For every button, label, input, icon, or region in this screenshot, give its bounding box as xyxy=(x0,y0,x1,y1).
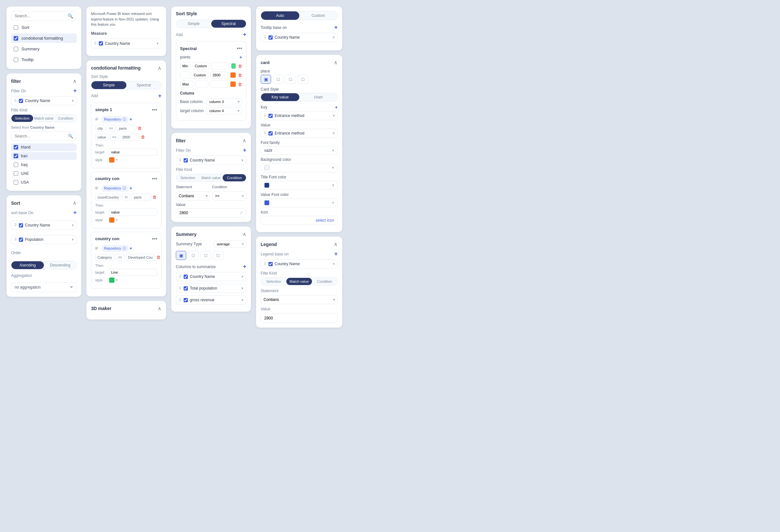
style-swatch-1[interactable] xyxy=(109,157,115,163)
filter-collapse-btn[interactable]: ∧ xyxy=(73,78,77,84)
filter-on-add-btn[interactable]: + xyxy=(73,87,77,94)
legend-collapse[interactable]: ∧ xyxy=(334,241,338,247)
summery-totalpop-caret[interactable]: ▾ xyxy=(241,286,243,291)
uae-checkbox[interactable] xyxy=(14,171,18,176)
min-del-btn[interactable]: 🗑 xyxy=(238,64,242,68)
sort-pop-checkbox[interactable] xyxy=(19,238,23,242)
sort-country-checkbox[interactable] xyxy=(19,223,23,228)
tooltip-checkbox[interactable] xyxy=(269,36,273,40)
country-iraq[interactable]: Iraq xyxy=(11,161,77,169)
drag-icon-1[interactable]: ⠿ xyxy=(14,223,17,228)
if-value-1[interactable] xyxy=(117,125,136,132)
filter-col3-match[interactable]: Match value xyxy=(200,174,223,181)
if-add-btn-2[interactable]: + xyxy=(130,186,132,191)
drag-s2[interactable]: ⠿ xyxy=(179,286,182,291)
target-select-2[interactable]: value xyxy=(109,209,157,216)
style-caret-3[interactable]: ▾ xyxy=(116,278,118,282)
max-value-input[interactable] xyxy=(210,81,228,88)
style-simple[interactable]: Simple xyxy=(91,81,127,89)
tooltip-add-btn[interactable]: + xyxy=(334,24,338,31)
cond-fmt-checkbox[interactable] xyxy=(14,36,18,41)
if-value-2[interactable] xyxy=(132,194,151,201)
3d-maker-collapse[interactable]: ∧ xyxy=(158,305,161,312)
legend-match[interactable]: Match value xyxy=(286,278,312,285)
menu-item-sort[interactable]: Sort xyxy=(11,23,77,32)
irland-checkbox[interactable] xyxy=(14,145,18,149)
filter-col3-caret[interactable]: ▾ xyxy=(241,158,243,162)
menu-item-summery[interactable]: Summery xyxy=(11,44,77,54)
measure-caret[interactable]: ▾ xyxy=(157,41,159,46)
kind-condition[interactable]: Condition xyxy=(55,115,77,122)
select-icon-btn[interactable]: select icon xyxy=(315,218,334,223)
target-col-select[interactable]: column 4 xyxy=(206,107,242,114)
search-input[interactable] xyxy=(15,14,66,18)
key-checkbox[interactable] xyxy=(269,114,273,118)
legend-field-checkbox[interactable] xyxy=(269,262,273,266)
sort-simple-pill[interactable]: Simple xyxy=(176,20,211,28)
summery-country-checkbox[interactable] xyxy=(184,275,188,279)
place-icon-2[interactable]: □ xyxy=(200,251,211,260)
summery-revenue-caret[interactable]: ▾ xyxy=(241,298,243,302)
sort-spectral-pill[interactable]: Spectral xyxy=(211,20,246,28)
card-place-1[interactable]: □ xyxy=(273,75,283,84)
card-title[interactable]: card ∧ xyxy=(261,59,338,66)
card-collapse[interactable]: ∧ xyxy=(334,59,338,66)
value-checkbox[interactable] xyxy=(269,131,273,136)
auto-pill[interactable]: Auto xyxy=(261,11,299,20)
drag-icon-2[interactable]: ⠿ xyxy=(14,237,17,242)
if-op-select-3[interactable]: == xyxy=(116,254,125,261)
custom-pill[interactable]: Custom xyxy=(299,11,338,20)
card-place-0[interactable]: ▣ xyxy=(261,75,271,84)
if-field-select-1b[interactable]: value xyxy=(95,134,108,141)
if-add-btn-1[interactable]: + xyxy=(130,117,132,122)
drag-icon-m[interactable]: ⠿ xyxy=(94,41,97,46)
measure-checkbox[interactable] xyxy=(99,41,103,46)
mid-color-swatch[interactable] xyxy=(230,72,236,78)
value-caret[interactable]: ▾ xyxy=(333,131,335,136)
target-select-1[interactable]: value xyxy=(109,148,157,156)
max-select[interactable]: Max xyxy=(180,81,193,88)
legend-value-input[interactable] xyxy=(261,313,338,323)
card-place-3[interactable]: □ xyxy=(298,75,308,84)
summery-totalpop-checkbox[interactable] xyxy=(184,286,188,291)
summery-col3-collapse[interactable]: ∧ xyxy=(242,231,246,237)
font-family-caret[interactable]: ▾ xyxy=(332,148,334,153)
min-custom-select[interactable]: Custom xyxy=(192,62,209,69)
country-uae[interactable]: UAE xyxy=(11,170,77,178)
target-select-3[interactable]: Line xyxy=(109,269,157,276)
style-caret-2[interactable]: ▾ xyxy=(116,218,118,222)
country-search-input[interactable] xyxy=(15,134,66,138)
value-color-caret[interactable]: ▾ xyxy=(332,200,334,205)
if-op-select-2[interactable]: != xyxy=(123,194,130,201)
place-icon-3[interactable]: □ xyxy=(213,251,223,260)
iran-checkbox[interactable] xyxy=(14,154,18,158)
cond-fmt-collapse[interactable]: ∧ xyxy=(158,65,161,71)
block3-dots[interactable]: ••• xyxy=(152,236,157,242)
sort-style-add-btn[interactable]: + xyxy=(243,31,246,38)
filter-field-caret[interactable]: ▾ xyxy=(72,98,74,103)
mid-select[interactable] xyxy=(180,71,190,79)
filter-col3-collapse[interactable]: ∧ xyxy=(242,138,246,144)
statement-select[interactable]: Contians xyxy=(176,191,210,200)
title-color-caret[interactable]: ▾ xyxy=(332,183,334,188)
kind-match[interactable]: Match value xyxy=(33,115,55,122)
place-icon-0[interactable]: ▣ xyxy=(176,251,186,260)
points-add-btn[interactable]: + xyxy=(240,55,242,60)
drag-value[interactable]: ⠿ xyxy=(263,131,266,136)
country-usa[interactable]: USA xyxy=(11,179,77,186)
style-caret-1[interactable]: ▾ xyxy=(116,158,118,161)
mid-value-input[interactable] xyxy=(210,71,228,79)
legend-base-add[interactable]: + xyxy=(334,251,338,257)
style-swatch-3[interactable] xyxy=(109,277,115,283)
repo-badge-2[interactable]: Repository ⓘ xyxy=(102,185,128,192)
add-cond-btn[interactable]: + xyxy=(158,93,161,99)
min-select[interactable]: Min xyxy=(180,62,190,69)
tooltip-caret[interactable]: ▾ xyxy=(333,35,335,40)
country-iran[interactable]: Iran xyxy=(11,152,77,160)
filter-search-bar[interactable]: 🔍 xyxy=(11,131,77,141)
if-field-select-3[interactable]: Category xyxy=(95,254,114,261)
key-add-btn[interactable]: + xyxy=(335,105,338,110)
usa-checkbox[interactable] xyxy=(14,180,18,185)
if-op-select-1b[interactable]: => xyxy=(110,134,118,141)
kind-selection[interactable]: Selection xyxy=(11,115,33,122)
